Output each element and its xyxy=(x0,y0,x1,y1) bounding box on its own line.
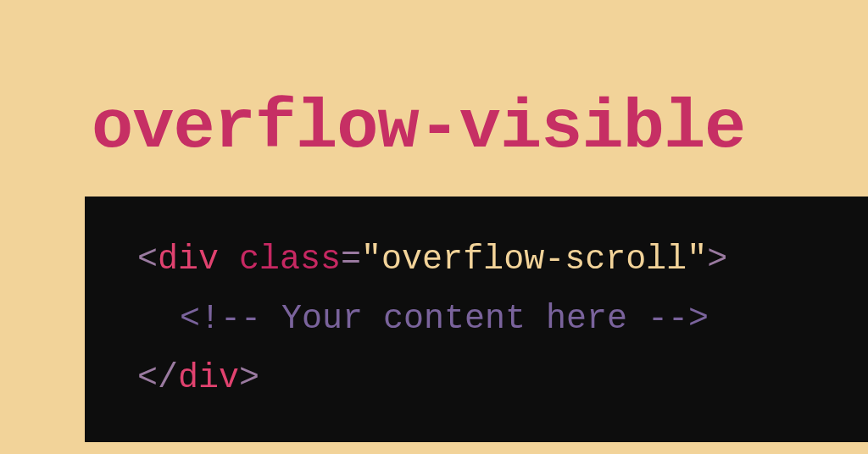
quote-open: " xyxy=(361,241,381,279)
open-angle-bracket: < xyxy=(137,359,158,397)
code-line-1: <div class="overflow-scroll"> xyxy=(137,230,843,290)
quote-close: " xyxy=(687,241,707,279)
html-tag-name: div xyxy=(158,241,219,279)
code-line-2: <!-- Your content here --> xyxy=(137,290,843,349)
code-block: <div class="overflow-scroll"> <!-- Your … xyxy=(85,197,868,442)
html-tag-name: div xyxy=(178,359,239,397)
close-angle-bracket: > xyxy=(707,241,727,279)
equals-sign: = xyxy=(341,241,361,279)
open-angle-bracket: < xyxy=(137,241,158,279)
html-attr-name: class xyxy=(239,241,341,279)
code-line-3: </div> xyxy=(137,349,843,408)
page-title: overflow-visible xyxy=(0,0,868,168)
html-comment: <!-- Your content here --> xyxy=(180,300,709,338)
html-attr-value: overflow-scroll xyxy=(381,241,687,279)
slash: / xyxy=(158,359,178,397)
close-angle-bracket: > xyxy=(239,359,259,397)
space xyxy=(219,241,239,279)
